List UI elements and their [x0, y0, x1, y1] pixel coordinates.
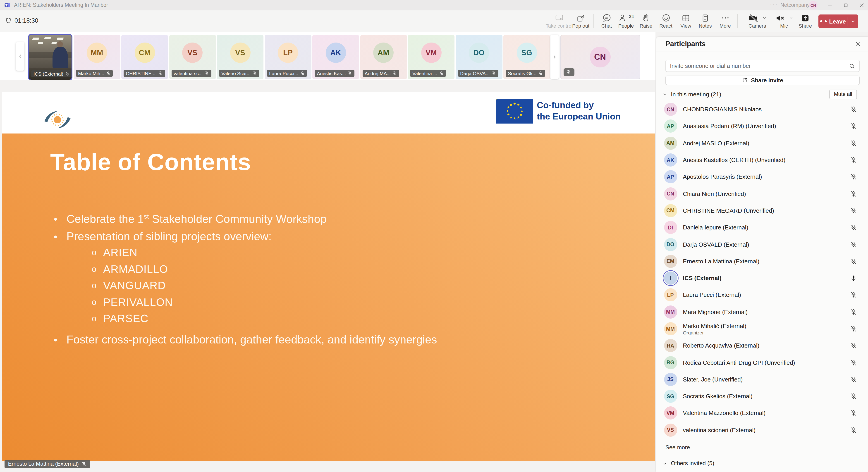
mic-muted-icon	[775, 13, 785, 23]
minimize-button[interactable]	[827, 2, 833, 9]
participant-tile[interactable]: AM Andrej MA...	[360, 35, 407, 79]
participant-tile[interactable]: VS valentina sc...	[169, 35, 216, 79]
tenant-name: Netcompany	[780, 2, 810, 8]
avatar: AP	[664, 170, 677, 184]
participant-tile[interactable]: VM Valentina ...	[408, 35, 455, 79]
slide-sub-bullet: o ARMADILLO	[92, 263, 173, 279]
participant-row[interactable]: I ICS (External)	[656, 270, 868, 287]
scroll-left-button[interactable]	[16, 42, 25, 70]
tile-name-label: Valerio Scar...	[219, 70, 259, 77]
participant-name: CHONDROGIANNIS Nikolaos	[683, 106, 850, 113]
tile-name-label: Anestis Kas...	[315, 70, 354, 77]
pop-out-icon	[576, 13, 585, 22]
participant-row[interactable]: EM Ernesto La Mattina (External)	[656, 253, 868, 270]
more-button[interactable]: More	[709, 13, 742, 29]
avatar: AM	[664, 136, 677, 150]
leave-button[interactable]: Leave	[818, 14, 847, 28]
avatar: CN	[590, 46, 611, 67]
participant-name: valentina scioneri (External)	[683, 427, 850, 434]
mic-muted-icon	[158, 71, 163, 75]
mic-muted-icon	[252, 71, 257, 75]
participant-row[interactable]: CN CHONDROGIANNIS Nikolaos	[656, 101, 868, 118]
participant-name: Chiara Nieri (Unverified)	[683, 190, 850, 197]
presentation-slide: Co-funded by the European Union Table of…	[2, 92, 655, 461]
avatar: CM	[134, 42, 155, 63]
participant-row[interactable]: AM Andrej MASLO (External)	[656, 135, 868, 152]
self-video-tile[interactable]: CN	[560, 35, 640, 79]
tile-name-label: valentina sc...	[171, 70, 211, 77]
participant-tile[interactable]: VS Valerio Scar...	[217, 35, 264, 79]
react-smiley-icon	[661, 13, 671, 23]
mic-muted-icon	[205, 71, 209, 75]
avatar: VS	[664, 423, 677, 437]
notes-icon	[701, 13, 710, 22]
participant-tile[interactable]: AK Anestis Kas...	[312, 35, 359, 79]
scroll-right-button[interactable]	[551, 35, 559, 79]
slide-sub-bullet: o VANGUARD	[92, 279, 173, 296]
slide-bullet: • Presentation of sibling projects overv…	[54, 229, 272, 244]
raise-hand-icon	[641, 13, 651, 23]
tile-name-label: Valentina ...	[410, 70, 446, 77]
slide-body: Table of Contents • Celebrate the 1st St…	[2, 133, 655, 461]
participant-name: CHRISTINE MEGARD (Unverified)	[683, 207, 850, 214]
participant-row[interactable]: CN Chiara Nieri (Unverified)	[656, 185, 868, 202]
share-tray-icon	[801, 13, 810, 22]
mic-muted-icon	[850, 224, 857, 231]
close-window-button[interactable]	[858, 2, 865, 9]
mic-muted-icon	[850, 292, 857, 298]
participant-row[interactable]: VS valentina scioneri (External)	[656, 421, 868, 439]
slide-sub-bullet: o PERIVALLON	[92, 296, 173, 312]
see-more-link[interactable]: See more	[665, 444, 690, 451]
leave-options-button[interactable]	[847, 14, 858, 28]
mic-muted-icon	[106, 71, 111, 75]
participant-row[interactable]: MM Marko Mihalič (External) Organizer	[656, 320, 868, 337]
participant-row[interactable]: RA Roberto Acquaviva (External)	[656, 337, 868, 354]
participant-tile[interactable]: LP Laura Pucci...	[265, 35, 311, 79]
participant-row[interactable]: DI Daniela Iepure (External)	[656, 219, 868, 236]
participant-row[interactable]: DO Darja OSVALD (External)	[656, 236, 868, 253]
close-panel-icon[interactable]	[855, 41, 861, 47]
participant-tile[interactable]: SG Socratis Gk...	[503, 35, 550, 79]
participant-row[interactable]: RG Rodica Cebotari Anti-Drug GPI (Unveri…	[656, 354, 868, 371]
participant-row[interactable]: SG Socratis Gkelios (External)	[656, 388, 868, 405]
mute-all-button[interactable]: Mute all	[829, 90, 857, 99]
people-icon	[618, 13, 627, 23]
participant-row[interactable]: AP Anastasia Podaru (RM) (Unverified)	[656, 118, 868, 135]
share-button[interactable]: Share	[793, 13, 817, 29]
participants-list: CN CHONDROGIANNIS Nikolaos AP Anastasi	[656, 101, 868, 439]
search-icon[interactable]	[849, 63, 855, 69]
participant-tile[interactable]: CM CHRISTINE ...	[121, 35, 168, 79]
mic-muted-icon	[82, 461, 87, 466]
avatar: VS	[230, 42, 250, 63]
participant-row[interactable]: JS Slater, Joe (Unverified)	[656, 371, 868, 388]
avatar: CN	[664, 103, 677, 116]
share-invite-icon	[742, 77, 748, 83]
user-avatar[interactable]: CN	[809, 1, 817, 9]
avatar: CM	[664, 204, 677, 217]
presenter-name-pill: Ernesto La Mattina (External)	[4, 460, 90, 468]
share-invite-button[interactable]: Share invite	[665, 75, 860, 85]
slide-bullet: • Foster cross-project collaboration, ga…	[54, 333, 437, 347]
participant-row[interactable]: LP Laura Pucci (External)	[656, 287, 868, 304]
meeting-toolbar: 01:18:30 Take control Pop out Chat 21 Pe…	[0, 10, 868, 32]
avatar: VM	[421, 42, 441, 63]
participant-row[interactable]: AP Apostolos Parasyris (External)	[656, 168, 868, 185]
mic-muted-icon	[850, 174, 857, 180]
mic-muted-icon	[850, 325, 857, 332]
others-invited-section[interactable]: Others invited (5)	[662, 460, 714, 467]
maximize-button[interactable]	[842, 2, 849, 9]
participant-tile[interactable]: DO Darja OSVA...	[456, 35, 502, 79]
titlebar-menu-button[interactable]: ···	[770, 1, 778, 8]
invite-input[interactable]: Invite someone or dial a number	[665, 60, 860, 72]
participant-row[interactable]: VM Valentina Mazzonello (External)	[656, 405, 868, 422]
participant-row[interactable]: CM CHRISTINE MEGARD (Unverified)	[656, 202, 868, 219]
slide-bullet: • Celebrate the 1st Stakeholder Communit…	[54, 210, 327, 226]
meeting-timer: 01:18:30	[14, 17, 38, 24]
mic-options-chevron-icon[interactable]	[788, 15, 793, 20]
participant-row[interactable]: MM Mara Mignone (External)	[656, 304, 868, 320]
participant-row[interactable]: AK Anestis Kastellos (CERTH) (Unverified…	[656, 152, 868, 168]
video-tile-active-speaker[interactable]: ICS (External)	[28, 34, 72, 80]
camera-options-chevron-icon[interactable]	[762, 15, 767, 20]
participant-tile[interactable]: MM Marko Mih...	[73, 35, 120, 79]
avatar: I	[664, 272, 677, 285]
